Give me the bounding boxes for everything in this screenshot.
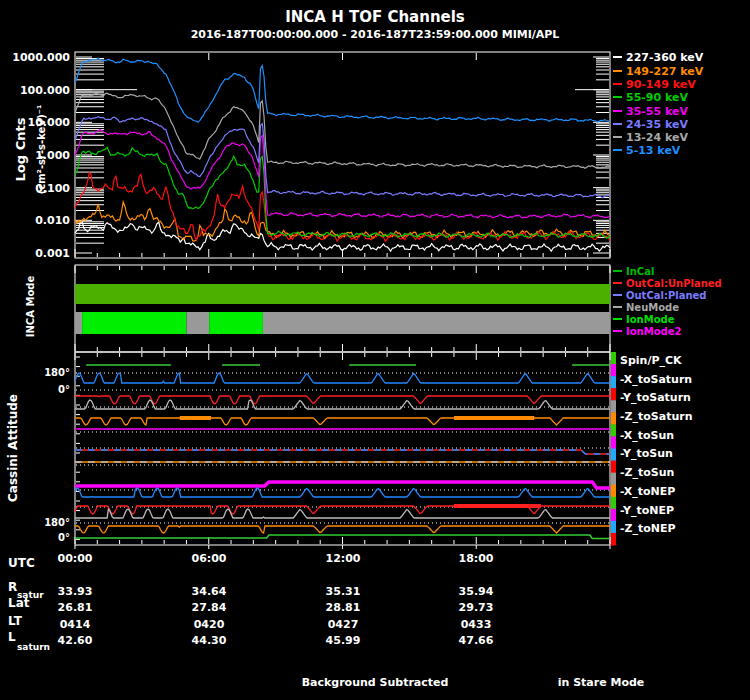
mode-legend-ionmode2: IonMode2	[613, 326, 681, 338]
attitude-ytick-180-bot: 180°	[30, 517, 70, 528]
utc-row-label: UTC	[8, 556, 35, 570]
attitude-legend-y-tosaturn: -Y_toSaturn	[620, 392, 691, 404]
legend-item-35-55kev: 35-55 keV	[613, 106, 688, 118]
mode-legend-incal: InCal	[613, 266, 654, 278]
legend-item-90-149kev: 90-149 keV	[613, 79, 696, 91]
legend-label: 35-55 keV	[626, 105, 688, 118]
table-cell: 35.94	[444, 585, 508, 598]
legend-item-13-24kev: 13-24 keV	[613, 132, 688, 144]
mode-legend-ionmode: IonMode	[613, 314, 674, 326]
legend-item-149-227kev: 149-227 keV	[613, 66, 703, 78]
time-tick-0000: 00:00	[45, 552, 105, 565]
page-title: INCA H TOF Channels	[0, 8, 750, 26]
tof-ytick-1: 1.000	[8, 149, 70, 162]
table-cell: 47.66	[444, 634, 508, 647]
legend-dash-icon	[613, 282, 622, 284]
legend-dash-icon	[613, 123, 622, 125]
attitude-legend-x-tosun: -X_toSun	[620, 430, 674, 442]
tof-ytick-0001: 0.001	[8, 247, 70, 260]
table-cell: 33.93	[43, 585, 107, 598]
legend-label: 24-35 keV	[626, 118, 688, 131]
legend-label: 227-360 keV	[626, 51, 703, 64]
stare-mode-note: in Stare Mode	[521, 676, 681, 689]
lt-row-label: LT	[8, 614, 22, 628]
legend-item-227-360kev: 227-360 keV	[613, 52, 703, 64]
legend-dash-icon	[613, 83, 622, 85]
table-cell: 44.30	[177, 634, 241, 647]
table-cell: 0433	[444, 618, 508, 631]
time-tick-0600: 06:00	[179, 552, 239, 565]
attitude-ytick-0-top: 0°	[30, 384, 70, 395]
legend-dash-icon	[613, 70, 622, 72]
table-cell: 29.73	[444, 601, 508, 614]
legend-label: 5-13 keV	[626, 144, 680, 157]
tof-ytick-10: 10.000	[8, 116, 70, 129]
table-cell: 42.60	[43, 634, 107, 647]
table-cell: 34.64	[177, 585, 241, 598]
legend-label: IonMode	[626, 314, 674, 325]
legend-item-55-90kev: 55-90 keV	[613, 92, 688, 104]
tof-ytick-1000: 1000.000	[8, 51, 70, 64]
table-cell: 28.81	[311, 601, 375, 614]
attitude-legend-z-tonep: -Z_toNEP	[620, 523, 676, 535]
legend-dash-icon	[613, 330, 622, 332]
legend-dash-icon	[613, 270, 622, 272]
inca-tof-plot-window: INCA H TOF Channels 2016-187T00:00:00.00…	[0, 0, 750, 700]
table-cell: 27.84	[177, 601, 241, 614]
legend-dash-icon	[613, 306, 622, 308]
legend-dash-icon	[613, 318, 622, 320]
table-cell: 26.81	[43, 601, 107, 614]
time-tick-1200: 12:00	[313, 552, 373, 565]
legend-label: NeuMode	[626, 302, 679, 313]
legend-label: 13-24 keV	[626, 131, 688, 144]
table-cell: 0420	[177, 618, 241, 631]
attitude-panel-label: Cassini Attitude	[6, 368, 20, 528]
legend-dash-icon	[613, 56, 622, 58]
attitude-ytick-180-top: 180°	[30, 367, 70, 378]
mode-panel-label: INCA Mode	[25, 257, 36, 357]
mode-legend-outcal-unplaned: OutCal:UnPlaned	[613, 278, 722, 290]
attitude-legend-x-tosaturn: -X_toSaturn	[620, 374, 692, 386]
legend-dash-icon	[613, 136, 622, 138]
mode-legend-outcal-planed: OutCal:Planed	[613, 290, 706, 302]
legend-label: OutCal:Planed	[626, 290, 706, 301]
legend-label: 149-227 keV	[626, 65, 703, 78]
legend-dash-icon	[613, 149, 622, 151]
attitude-legend-y-tonep: -Y_toNEP	[620, 505, 674, 517]
mode-legend-neumode: NeuMode	[613, 302, 679, 314]
legend-dash-icon	[613, 294, 622, 296]
attitude-ytick-0-bot: 0°	[30, 532, 70, 543]
table-cell: 35.31	[311, 585, 375, 598]
attitude-legend-z-tosun: -Z_toSun	[620, 467, 674, 479]
attitude-legend-spin-pck: Spin/P_CK	[620, 355, 682, 367]
lat-row-label: Lat	[8, 596, 29, 610]
legend-label: OutCal:UnPlaned	[626, 278, 722, 289]
tof-ytick-01: 0.100	[8, 182, 70, 195]
legend-label: InCal	[626, 266, 654, 277]
time-tick-1800: 18:00	[446, 552, 506, 565]
attitude-legend-y-tosun: -Y_toSun	[620, 448, 673, 460]
page-subtitle: 2016-187T00:00:00.000 - 2016-187T23:59:0…	[0, 28, 750, 41]
table-cell: 45.99	[311, 634, 375, 647]
l-row-label: L	[8, 630, 16, 644]
r-row-label: R	[8, 580, 17, 594]
table-cell: 0414	[43, 618, 107, 631]
tof-ytick-100: 100.000	[8, 84, 70, 97]
legend-item-24-35kev: 24-35 keV	[613, 119, 688, 131]
legend-label: 55-90 keV	[626, 91, 688, 104]
tof-ytick-001: 0.010	[8, 214, 70, 227]
legend-item-5-13kev: 5-13 keV	[613, 145, 680, 157]
legend-label: IonMode2	[626, 326, 681, 337]
table-cell: 0427	[311, 618, 375, 631]
legend-dash-icon	[613, 96, 622, 98]
attitude-legend-x-tonep: -X_toNEP	[620, 486, 675, 498]
attitude-legend-z-tosaturn: -Z_toSaturn	[620, 411, 693, 423]
legend-dash-icon	[613, 110, 622, 112]
background-subtracted-note: Background Subtracted	[265, 676, 485, 689]
legend-label: 90-149 keV	[626, 78, 696, 91]
